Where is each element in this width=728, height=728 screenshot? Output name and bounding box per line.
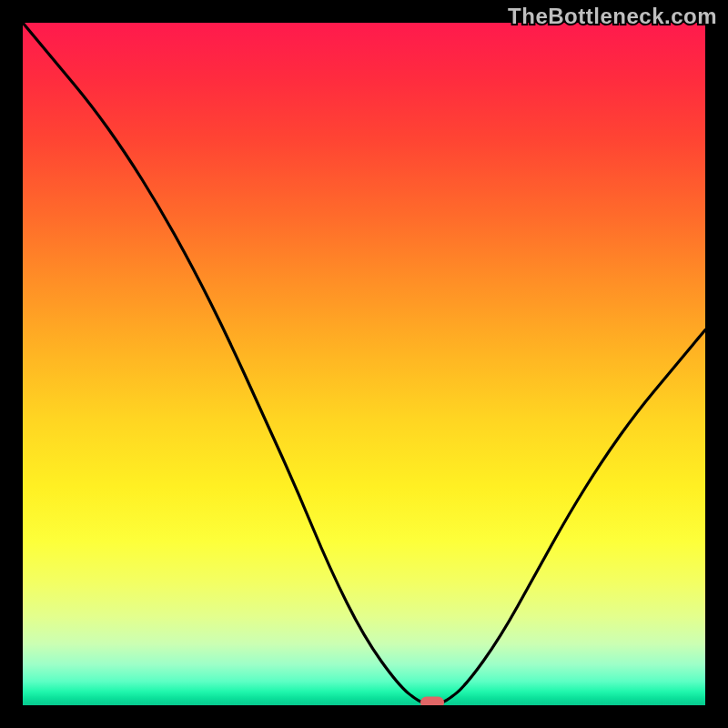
optimal-marker (420, 697, 444, 706)
chart-frame: TheBottleneck.com TheBottleneck.com (0, 0, 728, 728)
curve-path (23, 23, 705, 704)
bottleneck-curve (23, 23, 705, 705)
plot-area (23, 23, 705, 705)
watermark: TheBottleneck.com (508, 4, 717, 29)
